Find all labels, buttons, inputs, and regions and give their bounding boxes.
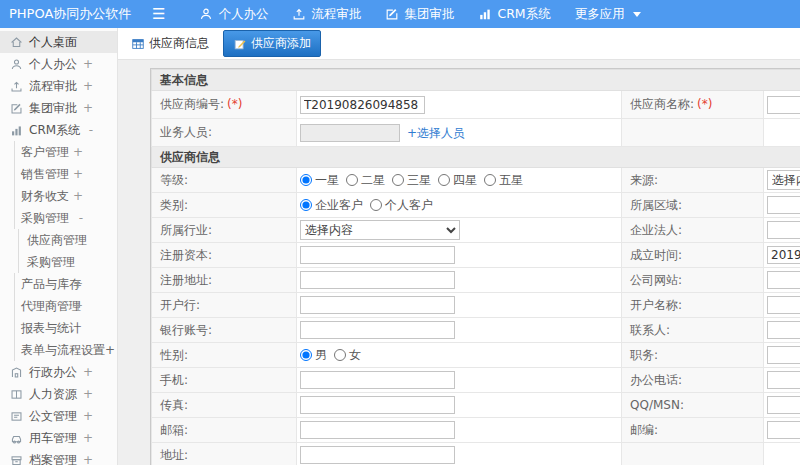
sidebar-item-sales-mgmt[interactable]: 销售管理+ [0,163,117,185]
sidebar-item-reports-stats[interactable]: 报表与统计 [0,317,117,339]
founded-date-label: 成立时间: [630,248,682,262]
gender-radio-0[interactable]: 男 [300,348,327,362]
nav-item-personal-office[interactable]: 个人办公 [199,6,268,23]
sidebar-item-crm-system[interactable]: CRM系统- [0,119,117,141]
sidebar-item-purchasing-mgmt[interactable]: 采购管理 [0,251,117,273]
grade-radio-4[interactable]: 五星 [484,173,523,187]
grade-radio-button-4[interactable] [484,174,496,186]
bank-branch-input[interactable] [300,296,455,314]
supplier-name-input[interactable] [767,96,800,114]
grade-radio-1[interactable]: 二星 [346,173,385,187]
registered-address-input[interactable] [300,271,455,289]
form-row: 注册资本:成立时间: [152,243,800,268]
industry-select[interactable]: 选择内容 [300,220,460,240]
address-input[interactable] [300,446,455,464]
gender-radio-button-0[interactable] [300,349,312,361]
supplier-add-form: 基本信息供应商编号:(*)供应商名称:(*)业务人员:+选择人员供应商信息等级:… [150,68,800,465]
expander-plus-icon[interactable]: + [83,453,93,465]
expander-plus-icon[interactable]: + [83,365,93,379]
section-header-row: 供应商信息 [152,147,800,168]
expander-plus-icon[interactable]: + [73,299,83,313]
sidebar-item-label: 采购管理 [21,210,69,227]
tab-supplier-info[interactable]: 供应商信息 [131,35,209,52]
expander-plus-icon[interactable]: + [83,79,93,93]
expander-minus-icon[interactable]: - [89,123,93,137]
grade-radio-button-2[interactable] [392,174,404,186]
category-radio-0[interactable]: 企业客户 [300,198,363,212]
region-input[interactable] [767,196,800,214]
grade-radio-button-0[interactable] [300,174,312,186]
supplier-code-input[interactable] [300,96,425,114]
expander-plus-icon[interactable]: + [73,277,83,291]
sidebar-item-agent-mgmt[interactable]: 代理商管理+ [0,295,117,317]
legal-person-input[interactable] [767,221,800,239]
expander-plus-icon[interactable]: + [83,57,93,71]
sidebar-item-product-inventory[interactable]: 产品与库存+ [0,273,117,295]
nav-item-group-approval[interactable]: 集团审批 [385,6,454,23]
gender-radio-1[interactable]: 女 [334,348,361,362]
supplier-form-table: 基本信息供应商编号:(*)供应商名称:(*)业务人员:+选择人员供应商信息等级:… [151,69,800,465]
sidebar-item-admin-office[interactable]: 行政办公+ [0,361,117,383]
expander-minus-icon[interactable]: - [79,211,83,225]
sidebar-item-customer-mgmt[interactable]: 客户管理+ [0,141,117,163]
nav-item-workflow-approval[interactable]: 流程审批 [292,6,361,23]
category-radio-button-1[interactable] [370,199,382,211]
bank-account-input[interactable] [300,321,455,339]
empty-field-cell [764,119,800,147]
job-title-input[interactable] [767,346,800,364]
bank-branch-field-cell [297,293,622,318]
nav-item-crm-system[interactable]: CRM系统 [478,6,550,23]
grade-radio-0[interactable]: 一星 [300,173,339,187]
fax-input[interactable] [300,396,455,414]
gender-radio-button-1[interactable] [334,349,346,361]
grade-radio-3[interactable]: 四星 [438,173,477,187]
company-website-input[interactable] [767,271,800,289]
account-name-input[interactable] [767,296,800,314]
sidebar-item-purchase-mgmt[interactable]: 采购管理- [0,207,117,229]
category-radio-button-0[interactable] [300,199,312,211]
hamburger-menu-icon[interactable]: ☰ [152,7,165,22]
contact-person-input[interactable] [767,321,800,339]
sidebar-item-hr[interactable]: 人力资源+ [0,383,117,405]
sidebar-item-form-flow-settings[interactable]: 表单与流程设置+ [0,339,117,361]
mobile-input[interactable] [300,371,455,389]
form-row: 性别:男女职务: [152,343,800,368]
sidebar-item-group-approval[interactable]: 集团审批+ [0,97,117,119]
grade-radio-button-3[interactable] [438,174,450,186]
expander-plus-icon[interactable]: + [73,145,83,159]
supplier-code-required-marker: (*) [227,97,242,111]
sidebar-item-workflow-approval[interactable]: 流程审批+ [0,75,117,97]
category-radio-1[interactable]: 个人客户 [370,198,433,212]
source-select[interactable]: 选择内容 [767,170,800,190]
tab-bar: 供应商信息供应商添加 [118,28,800,60]
tab-label: 供应商信息 [149,35,209,52]
grade-radio-2[interactable]: 三星 [392,173,431,187]
sidebar-item-supplier-mgmt[interactable]: 供应商管理 [0,229,117,251]
expander-plus-icon[interactable]: + [83,431,93,445]
expander-plus-icon[interactable]: + [83,101,93,115]
tab-supplier-add[interactable]: 供应商添加 [223,30,321,57]
expander-plus-icon[interactable]: + [73,189,83,203]
sidebar-item-personal-desktop[interactable]: 个人桌面 [0,31,117,53]
zip-code-label: 邮编: [630,423,658,437]
office-phone-input[interactable] [767,371,800,389]
business-staff-input[interactable] [300,124,400,142]
email-input[interactable] [300,421,455,439]
sidebar-item-vehicle-mgmt[interactable]: 用车管理+ [0,427,117,449]
qq-msn-input[interactable] [767,396,800,414]
sidebar-item-official-docs[interactable]: 公文管理+ [0,405,117,427]
expander-plus-icon[interactable]: + [83,409,93,423]
nav-item-more-apps[interactable]: 更多应用 [575,6,641,23]
expander-plus-icon[interactable]: + [73,167,83,181]
zip-code-input[interactable] [767,421,800,439]
sidebar-item-personal-office[interactable]: 个人办公+ [0,53,117,75]
registered-capital-input[interactable] [300,246,455,264]
sidebar-item-finance[interactable]: 财务收支+ [0,185,117,207]
grade-radio-button-1[interactable] [346,174,358,186]
founded-date-input[interactable] [767,246,800,264]
expander-plus-icon[interactable]: + [83,387,93,401]
category-radio-label: 个人客户 [385,198,433,212]
archive-icon [10,454,23,465]
sidebar-item-archive-mgmt[interactable]: 档案管理+ [0,449,117,465]
business-staff-select-link[interactable]: +选择人员 [407,126,465,140]
